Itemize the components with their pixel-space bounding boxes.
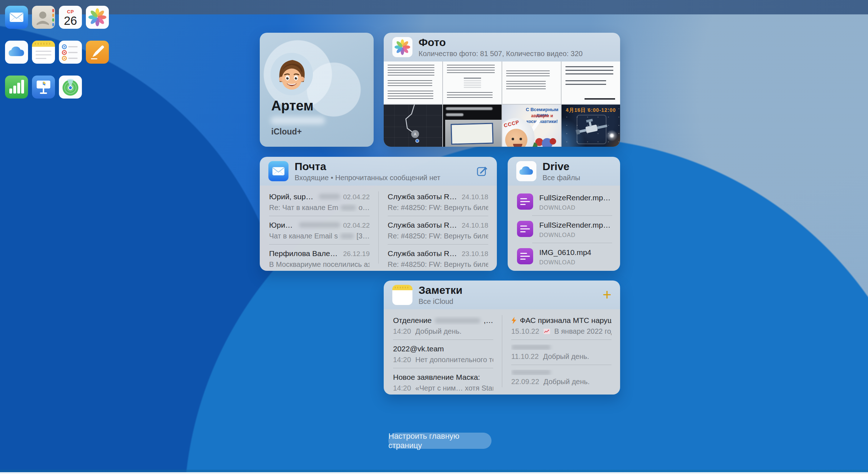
note-time: 14:20 — [393, 356, 411, 364]
note-preview: Нет дополнительного текста — [415, 356, 493, 364]
photo-thumb-gagarin-poster[interactable]: С Всемирным днем авиации и космонавтики!… — [502, 105, 561, 147]
notes-column-right: ФАС признала МТС нарушивш… 15.10.22 В ян… — [502, 309, 620, 395]
profile-card[interactable]: Артем iCloud+ — [260, 33, 374, 147]
file-name: IMG_0610.mp4 — [539, 248, 591, 257]
profile-name: Артем — [271, 98, 314, 114]
mail-date: 24.10.18 — [462, 193, 488, 201]
photo-thumb-text-4[interactable] — [562, 61, 620, 104]
numbers-icon — [5, 76, 28, 99]
drive-file-row[interactable]: IMG_0610.mp4 DOWNLOAD — [508, 243, 620, 270]
column-divider — [502, 315, 502, 387]
note-row[interactable]: 2022@vk.team 14:20Нет дополнительного те… — [393, 339, 493, 368]
helmet-text: СССР — [503, 119, 520, 128]
profile-plan: iCloud+ — [271, 127, 302, 137]
lightning-icon — [511, 317, 517, 324]
notes-column-left: Отделение,… 14:20Добрый день. 2022@vk.te… — [384, 309, 502, 395]
notes-app-icon — [392, 285, 412, 305]
notes-icon — [32, 41, 55, 64]
photo-thumb-text-3[interactable] — [502, 61, 561, 104]
note-row[interactable]: Отделение,… 14:20Добрый день. — [393, 311, 493, 339]
download-label: DOWNLOAD — [539, 259, 591, 266]
mail-row[interactable]: Служба заботы Radario23.10.18 Re: #48250… — [388, 244, 488, 271]
file-icon — [517, 221, 533, 237]
mail-column-left: Юрий, support02.04.22 Re: Чат в канале E… — [260, 186, 378, 271]
note-row[interactable]: 11.10.22Добрый день. — [511, 339, 611, 365]
photos-widget: Фото Количество фото: 81 507, Количество… — [384, 33, 620, 147]
photos-collage: A С Всемирным днем авиации и космонавтик… — [384, 61, 620, 147]
note-preview: «Черт с ним… хотя Starlink все е… — [415, 384, 493, 392]
file-name: FullSizeRender.mp4 5 — [539, 221, 612, 229]
mail-sender: Служба заботы Radario — [388, 249, 459, 258]
note-row[interactable]: Новое заявление Маска: 14:20«Черт с ним…… — [393, 368, 493, 395]
mail-date: 23.10.18 — [462, 250, 488, 258]
column-divider — [378, 191, 379, 264]
mail-row[interactable]: Перфилова Валерия Рома…26.12.19 В Москва… — [269, 244, 370, 271]
note-preview: Добрый день. — [415, 327, 461, 336]
redacted-text — [319, 194, 340, 199]
mail-sender: Юрий, support — [269, 192, 316, 201]
drive-file-row[interactable]: FullSizeRender.mp4 4 DOWNLOAD — [508, 188, 620, 215]
photo-thumb-map[interactable]: A — [384, 105, 442, 147]
mail-row[interactable]: Юрий, support02.04.22 Re: Чат в канале E… — [269, 188, 370, 216]
note-row[interactable]: 22.09.22Добрый день. — [511, 365, 611, 390]
drive-subtitle: Все файлы — [542, 174, 580, 182]
note-title: Новое заявление Маска: — [393, 373, 480, 382]
redacted-text — [340, 233, 354, 239]
redacted-text — [511, 370, 551, 375]
mail-column-right: Служба заботы Radario24.10.18 Re: #48250… — [378, 186, 497, 271]
photo-thumb-text-1[interactable] — [384, 61, 442, 104]
memoji-icon — [271, 53, 313, 95]
mail-row[interactable]: Юрий, s02.04.22 Чат в канале Email s[3… — [269, 216, 370, 244]
note-title: ФАС признала МТС нарушивш… — [520, 316, 611, 325]
mail-row[interactable]: Служба заботы Radario24.10.18 Re: #48250… — [388, 216, 488, 244]
profile-email-redacted — [271, 117, 325, 124]
calendar-weekday: СР — [67, 9, 74, 14]
contacts-icon — [32, 6, 55, 29]
mail-header[interactable]: Почта Входящие • Непрочитанных сообщений… — [260, 157, 497, 186]
photos-title: Фото — [419, 36, 583, 49]
drive-file-row[interactable]: FullSizeRender.mp4 5 DOWNLOAD — [508, 216, 620, 243]
mail-subtitle: Входящие • Непрочитанных сообщений нет — [295, 174, 440, 182]
mail-widget: Почта Входящие • Непрочитанных сообщений… — [260, 157, 497, 271]
mail-date: 26.12.19 — [343, 250, 370, 258]
photos-header[interactable]: Фото Количество фото: 81 507, Количество… — [384, 33, 620, 61]
notes-title: Заметки — [419, 284, 462, 296]
calendar-icon: СР 26 — [59, 6, 82, 29]
reminders-icon — [59, 41, 82, 64]
calendar-day: 26 — [64, 15, 77, 27]
photo-thumb-text-2[interactable] — [443, 61, 502, 104]
mail-sender: Служба заботы Radario — [388, 192, 459, 201]
mail-sender: Служба заботы Radario — [388, 221, 459, 229]
mail-subject: Чат в канале Email s — [269, 232, 338, 240]
notes-body: Отделение,… 14:20Добрый день. 2022@vk.te… — [384, 309, 620, 395]
avatar — [271, 53, 313, 95]
mail-icon — [5, 6, 28, 29]
note-date: 11.10.22 — [511, 352, 539, 361]
note-preview: Добрый день. — [544, 378, 590, 386]
photo-thumb-space-station[interactable]: 4月16日 6:00-12:00 — [562, 105, 620, 147]
note-title: Отделение — [393, 316, 431, 325]
note-time: 14:20 — [393, 384, 411, 392]
mail-title: Почта — [295, 160, 440, 173]
file-icon — [517, 248, 533, 264]
compose-icon[interactable] — [476, 165, 488, 177]
customize-homepage-button[interactable]: Настроить главную страницу — [388, 433, 491, 449]
drive-body: FullSizeRender.mp4 4 DOWNLOAD FullSizeRe… — [508, 186, 620, 271]
drive-icon — [5, 41, 28, 64]
drive-header[interactable]: Drive Все файлы — [508, 157, 620, 186]
notes-header[interactable]: Заметки Все iCloud + — [384, 281, 620, 309]
notes-subtitle: Все iCloud — [419, 297, 462, 306]
mail-subject: Re: #48250: FW: Вернуть билет — [388, 232, 488, 240]
note-row[interactable]: ФАС признала МТС нарушивш… 15.10.22 В ян… — [511, 311, 611, 339]
mail-row[interactable]: Служба заботы Radario24.10.18 Re: #48250… — [388, 188, 488, 216]
poster-line-3: космонавтики! — [525, 119, 560, 124]
photo-thumb-whiteboard[interactable] — [443, 105, 502, 147]
mail-subject: Re: #48250: FW: Вернуть билет — [388, 260, 488, 269]
add-note-icon[interactable]: + — [602, 289, 611, 301]
redacted-text — [435, 318, 480, 323]
mail-subject: В Москвариуме поселились азиатские б… — [269, 260, 370, 269]
keynote-icon — [32, 76, 55, 99]
top-bar — [0, 0, 868, 14]
mail-sender: Юрий, s — [269, 221, 296, 229]
drive-title: Drive — [542, 160, 580, 173]
